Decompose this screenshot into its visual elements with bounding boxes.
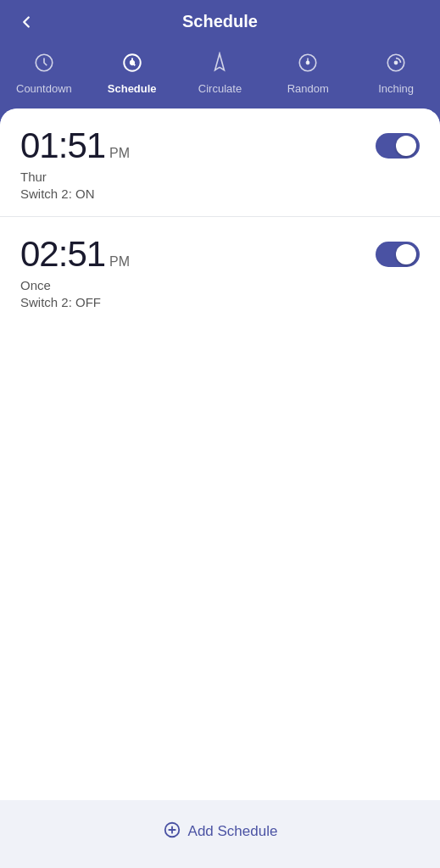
schedule-icon bbox=[121, 52, 143, 77]
toggle-knob-1 bbox=[396, 136, 416, 156]
tab-random[interactable]: Random bbox=[264, 52, 352, 95]
svg-point-2 bbox=[131, 61, 134, 64]
tab-schedule-label: Schedule bbox=[108, 82, 157, 95]
random-icon bbox=[297, 52, 319, 77]
main-card: 01:51 PM Thur Switch 2: ON 02:51 PM bbox=[0, 108, 440, 868]
svg-point-6 bbox=[307, 61, 309, 64]
tab-random-label: Random bbox=[287, 82, 329, 95]
time-2: 02:51 bbox=[20, 234, 105, 275]
tab-countdown-label: Countdown bbox=[16, 82, 72, 95]
add-schedule-button[interactable]: Add Schedule bbox=[163, 821, 278, 843]
day-2: Once bbox=[20, 278, 420, 292]
add-schedule-label: Add Schedule bbox=[188, 823, 278, 840]
toggle-knob-2 bbox=[396, 244, 416, 264]
countdown-icon bbox=[33, 52, 55, 77]
nav-tabs: Countdown Schedule Circulate bbox=[0, 43, 440, 108]
app-header: Schedule bbox=[0, 0, 440, 43]
add-schedule-footer: Add Schedule bbox=[0, 800, 440, 868]
day-1: Thur bbox=[20, 170, 420, 184]
ampm-2: PM bbox=[109, 254, 130, 270]
toggle-2[interactable] bbox=[376, 242, 420, 267]
tab-circulate-label: Circulate bbox=[198, 82, 242, 95]
tab-circulate[interactable]: Circulate bbox=[176, 52, 265, 95]
schedule-item-2[interactable]: 02:51 PM Once Switch 2: OFF bbox=[0, 216, 440, 325]
switch-state-1: Switch 2: ON bbox=[20, 186, 420, 201]
back-button[interactable] bbox=[17, 13, 36, 31]
time-1: 01:51 bbox=[20, 125, 105, 166]
inching-icon bbox=[385, 52, 407, 77]
svg-point-8 bbox=[394, 61, 397, 64]
add-circle-icon bbox=[163, 821, 181, 843]
page-title: Schedule bbox=[182, 12, 258, 31]
schedule-item-1[interactable]: 01:51 PM Thur Switch 2: ON bbox=[0, 108, 440, 216]
toggle-1[interactable] bbox=[376, 133, 420, 159]
tab-inching-label: Inching bbox=[378, 82, 414, 95]
tab-countdown[interactable]: Countdown bbox=[0, 52, 88, 95]
time-display-1: 01:51 PM bbox=[20, 125, 130, 166]
svg-marker-3 bbox=[215, 53, 225, 70]
tab-inching[interactable]: Inching bbox=[352, 52, 440, 95]
tab-schedule[interactable]: Schedule bbox=[88, 52, 176, 95]
schedules-list: 01:51 PM Thur Switch 2: ON 02:51 PM bbox=[0, 108, 440, 800]
time-display-2: 02:51 PM bbox=[20, 234, 130, 275]
circulate-icon bbox=[209, 52, 231, 77]
ampm-1: PM bbox=[109, 146, 130, 161]
switch-state-2: Switch 2: OFF bbox=[20, 295, 420, 309]
